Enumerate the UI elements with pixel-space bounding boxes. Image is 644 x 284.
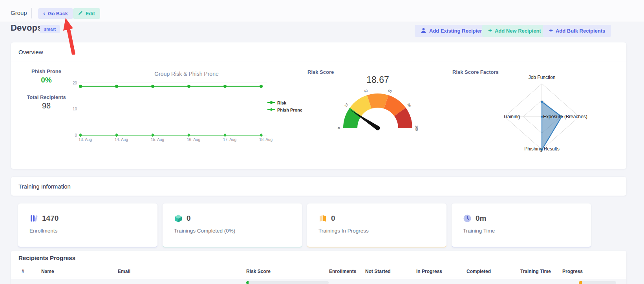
edit-label: Edit bbox=[86, 11, 95, 16]
radar-axis-training: Training bbox=[483, 114, 520, 119]
training-time-value: 0m bbox=[476, 214, 486, 223]
legend-item-phish-prone: Phish Prone bbox=[267, 108, 302, 112]
legend-item-risk: Risk bbox=[267, 101, 302, 105]
line-chart-title: Group Risk & Phish Prone bbox=[69, 71, 304, 77]
column-header-completed: Completed bbox=[467, 269, 491, 274]
trainings-in-progress-value: 0 bbox=[331, 214, 335, 223]
user-icon bbox=[421, 27, 426, 35]
svg-text:17. Aug: 17. Aug bbox=[223, 137, 236, 142]
pencil-icon bbox=[78, 11, 83, 16]
trainings-completed-value: 0 bbox=[187, 214, 191, 223]
stat-card-trainings-in-progress: 0 Trainings In Progress bbox=[307, 203, 446, 247]
page-title: Devops bbox=[11, 23, 42, 33]
column-header-index: # bbox=[22, 269, 24, 274]
svg-text:0: 0 bbox=[337, 127, 341, 129]
trainings-completed-label: Trainings Completed (0%) bbox=[174, 228, 235, 234]
svg-text:20: 20 bbox=[73, 81, 77, 85]
chevron-left-icon: ‹ bbox=[43, 10, 45, 16]
risk-score-label: Risk Score bbox=[307, 69, 334, 75]
svg-text:13. Aug: 13. Aug bbox=[79, 137, 92, 142]
column-header-name: Name bbox=[41, 269, 54, 274]
phish-prone-label: Phish Prone bbox=[19, 68, 74, 74]
smart-badge: smart bbox=[40, 25, 60, 33]
table-header-divider bbox=[11, 277, 626, 277]
enrollments-value: 1470 bbox=[42, 214, 59, 223]
column-header-risk-score: Risk Score bbox=[246, 269, 271, 274]
training-information-card: Training Information bbox=[11, 177, 626, 196]
recipients-progress-card: Recipients Progress # Name Email Risk Sc… bbox=[11, 251, 626, 284]
group-detail-page: Group ‹ Go Back Edit Devops smart Add Ex… bbox=[0, 0, 644, 284]
training-time-label: Training Time bbox=[463, 228, 495, 234]
breadcrumb-divider bbox=[31, 8, 32, 18]
progress-progress-bar bbox=[579, 281, 616, 284]
svg-text:18. Aug: 18. Aug bbox=[259, 137, 273, 142]
go-back-label: Go Back bbox=[48, 11, 68, 16]
edit-button[interactable]: Edit bbox=[73, 8, 100, 19]
overview-section-title: Overview bbox=[11, 42, 626, 62]
risk-score-gauge: 020406080100 bbox=[335, 84, 421, 133]
svg-text:16. Aug: 16. Aug bbox=[187, 137, 200, 142]
add-new-recipient-label: Add New Recipient bbox=[495, 28, 541, 34]
svg-text:40: 40 bbox=[363, 89, 368, 94]
clock-icon bbox=[463, 214, 472, 223]
svg-text:0: 0 bbox=[75, 133, 77, 137]
bar-chart-icon bbox=[29, 214, 38, 223]
line-chart-legend: Risk Phish Prone bbox=[267, 101, 302, 112]
column-header-not-started: Not Started bbox=[365, 269, 391, 274]
plus-icon: + bbox=[488, 27, 492, 34]
svg-text:100: 100 bbox=[415, 125, 419, 131]
svg-text:60: 60 bbox=[388, 89, 392, 94]
add-bulk-recipients-button[interactable]: + Add Bulk Recipients bbox=[543, 25, 611, 37]
column-header-enrollments: Enrollments bbox=[329, 269, 356, 274]
add-existing-recipient-label: Add Existing Recipient bbox=[429, 28, 485, 34]
stat-card-trainings-completed: 0 Trainings Completed (0%) bbox=[163, 203, 302, 247]
risk-score-factors-label: Risk Score Factors bbox=[452, 69, 499, 75]
open-book-icon bbox=[318, 214, 327, 223]
cube-icon bbox=[174, 214, 183, 223]
svg-text:15. Aug: 15. Aug bbox=[151, 137, 164, 142]
column-header-in-progress: In Progress bbox=[416, 269, 442, 274]
phish-prone-series-marker-icon bbox=[267, 108, 275, 112]
stat-card-enrollments: 1470 Enrollments bbox=[18, 203, 157, 247]
overview-card: Overview Phish Prone 0% Total Recipients… bbox=[11, 42, 626, 169]
radar-axis-job-function: Job Function bbox=[518, 75, 565, 80]
add-bulk-recipients-label: Add Bulk Recipients bbox=[556, 28, 605, 34]
add-new-recipient-button[interactable]: + Add New Recipient bbox=[482, 25, 547, 37]
trainings-in-progress-label: Trainings In Progress bbox=[318, 228, 369, 234]
legend-label-risk: Risk bbox=[277, 101, 286, 105]
training-section-title: Training Information bbox=[11, 177, 626, 196]
phish-prone-value: 0% bbox=[19, 76, 74, 84]
radar-axis-exposure-breaches: Exposure (Breaches) bbox=[543, 114, 594, 119]
stat-card-training-time: 0m Training Time bbox=[452, 203, 591, 247]
svg-text:10: 10 bbox=[73, 107, 77, 111]
svg-text:80: 80 bbox=[406, 103, 412, 108]
column-header-training-time: Training Time bbox=[520, 269, 551, 274]
risk-score-progress-bar bbox=[246, 281, 329, 284]
enrollments-label: Enrollments bbox=[29, 228, 57, 234]
add-existing-recipient-button[interactable]: Add Existing Recipient bbox=[415, 25, 491, 37]
breadcrumb: Group bbox=[11, 9, 27, 16]
recipients-section-title: Recipients Progress bbox=[18, 255, 75, 261]
total-recipients-label: Total Recipients bbox=[19, 94, 74, 100]
radar-axis-phishing-results: Phishing Results bbox=[518, 146, 565, 152]
risk-series-marker-icon bbox=[267, 101, 275, 105]
recipients-table-header: # Name Email Risk Score Enrollments Not … bbox=[11, 269, 626, 277]
total-recipients-value: 98 bbox=[19, 101, 74, 110]
risk-score-value: 18.67 bbox=[346, 75, 409, 85]
go-back-button[interactable]: ‹ Go Back bbox=[38, 8, 73, 19]
svg-text:20: 20 bbox=[344, 103, 349, 108]
svg-text:14. Aug: 14. Aug bbox=[115, 137, 128, 142]
legend-label-phish-prone: Phish Prone bbox=[277, 108, 302, 112]
column-header-email: Email bbox=[118, 269, 130, 274]
plus-icon: + bbox=[549, 27, 553, 34]
table-row[interactable] bbox=[11, 279, 626, 284]
column-header-progress: Progress bbox=[562, 269, 583, 274]
